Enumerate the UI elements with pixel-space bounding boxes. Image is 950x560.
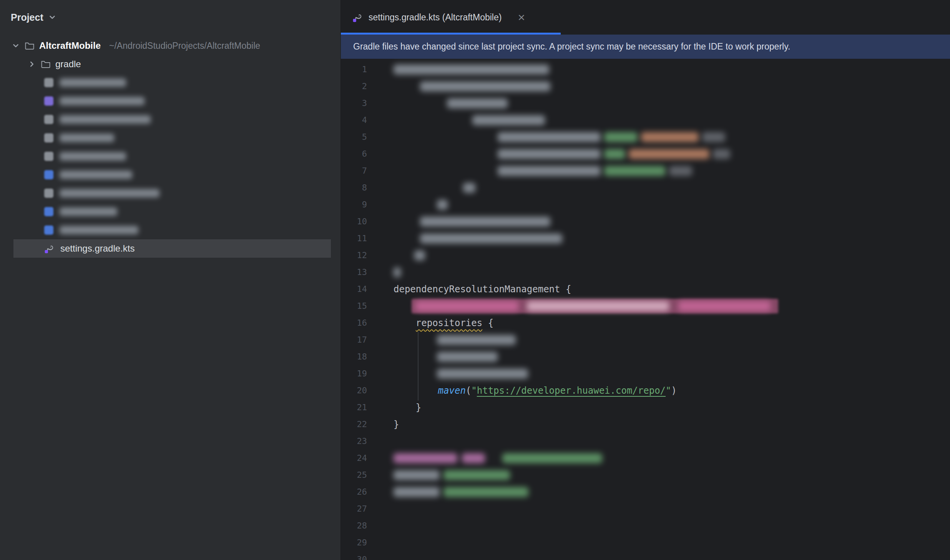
redacted-label: [60, 78, 126, 87]
tree-item-redacted[interactable]: [0, 129, 340, 147]
code-line-content: repositories {: [394, 315, 950, 331]
code-line[interactable]: 13: [341, 264, 950, 281]
code-line[interactable]: 28: [341, 517, 950, 534]
project-panel-header[interactable]: Project: [0, 0, 340, 35]
redacted-code: [394, 453, 457, 463]
code-line-content: [394, 517, 950, 534]
redacted-label: [60, 189, 159, 197]
code-line-content: [394, 551, 950, 560]
gradle-sync-notification-banner: Gradle files have changed since last pro…: [341, 35, 950, 59]
code-line-content: [394, 484, 950, 500]
redacted-code: [604, 149, 625, 159]
chevron-right-icon[interactable]: [28, 60, 36, 68]
line-number: 3: [341, 95, 367, 112]
tab-close-icon[interactable]: ×: [518, 11, 525, 23]
code-line[interactable]: 29: [341, 534, 950, 551]
line-number: 20: [341, 382, 367, 399]
code-line[interactable]: 24: [341, 450, 950, 467]
tree-item-redacted[interactable]: [0, 184, 340, 202]
code-editor[interactable]: 1234567891011121314dependencyResolutionM…: [341, 59, 950, 560]
code-line[interactable]: 17: [341, 331, 950, 348]
code-line[interactable]: 21 }: [341, 399, 950, 416]
code-line[interactable]: 15: [341, 298, 950, 315]
redacted-code: [394, 470, 440, 480]
code-line[interactable]: 19: [341, 365, 950, 382]
file-icon: [44, 225, 53, 235]
line-number: 22: [341, 416, 367, 433]
project-tree: AltcraftMobile ~/AndroidStudioProjects/A…: [0, 36, 340, 258]
line-number: 4: [341, 112, 367, 129]
line-number: 16: [341, 315, 367, 331]
tree-item-redacted[interactable]: [0, 166, 340, 184]
line-number: 19: [341, 365, 367, 382]
code-line[interactable]: 22}: [341, 416, 950, 433]
code-line-content: [394, 331, 950, 348]
gradle-kotlin-script-icon: [352, 12, 362, 22]
code-line[interactable]: 9: [341, 196, 950, 213]
code-line-content: [394, 247, 950, 264]
redacted-code: [498, 149, 601, 159]
code-line-content: [394, 433, 950, 450]
tree-item-redacted[interactable]: [0, 221, 340, 239]
code-line[interactable]: 2: [341, 78, 950, 95]
file-icon: [44, 78, 53, 87]
code-line-content: [394, 467, 950, 484]
code-line[interactable]: 27: [341, 500, 950, 517]
indent-guide: [418, 332, 419, 401]
redacted-code: [437, 200, 448, 210]
redacted-code: [420, 234, 562, 244]
file-icon: [44, 115, 53, 124]
redacted-code: [420, 81, 550, 91]
code-line[interactable]: 20 maven("https://developer.huawei.com/r…: [341, 382, 950, 399]
tree-item-gradle-folder[interactable]: gradle: [0, 55, 340, 73]
redacted-code: [472, 115, 545, 125]
chevron-down-icon[interactable]: [12, 41, 20, 50]
redacted-code: [702, 132, 725, 142]
code-line[interactable]: 12: [341, 247, 950, 264]
redacted-code: [415, 301, 518, 311]
code-lines: 1234567891011121314dependencyResolutionM…: [341, 59, 950, 560]
file-icon: [44, 207, 53, 216]
tab-settings-gradle-kts[interactable]: settings.gradle.kts (AltcraftMobile): [369, 12, 502, 23]
line-number: 15: [341, 298, 367, 315]
code-line[interactable]: 3: [341, 95, 950, 112]
project-root-name: AltcraftMobile: [39, 40, 101, 51]
code-line[interactable]: 5: [341, 129, 950, 146]
code-line[interactable]: 4: [341, 112, 950, 129]
file-icon: [44, 152, 53, 161]
redacted-code: [604, 132, 638, 142]
redacted-code: [394, 65, 549, 75]
redacted-code: [669, 166, 692, 176]
code-line[interactable]: 25: [341, 467, 950, 484]
tree-item-label: settings.gradle.kts: [60, 243, 135, 254]
code-line[interactable]: 16 repositories {: [341, 315, 950, 331]
code-line[interactable]: 8: [341, 179, 950, 196]
code-line[interactable]: 26: [341, 484, 950, 500]
banner-message: Gradle files have changed since last pro…: [353, 41, 790, 52]
code-line-content: [394, 450, 950, 467]
code-line[interactable]: 10: [341, 213, 950, 230]
line-number: 2: [341, 78, 367, 95]
code-line-content: [394, 365, 950, 382]
code-line[interactable]: 6: [341, 146, 950, 162]
tree-redacted-rows: [0, 73, 340, 239]
tree-item-redacted[interactable]: [0, 147, 340, 166]
code-line-content: [394, 298, 950, 315]
code-line[interactable]: 7: [341, 162, 950, 179]
line-number: 21: [341, 399, 367, 416]
code-line[interactable]: 11: [341, 230, 950, 247]
redacted-code: [443, 470, 510, 480]
code-line-content: [394, 78, 950, 95]
tree-item-redacted[interactable]: [0, 110, 340, 129]
code-line[interactable]: 14dependencyResolutionManagement {: [341, 281, 950, 298]
tree-item-settings-gradle-kts[interactable]: settings.gradle.kts: [13, 239, 331, 258]
code-line[interactable]: 1: [341, 61, 950, 78]
redacted-label: [60, 97, 144, 105]
tree-item-redacted[interactable]: [0, 73, 340, 92]
code-line[interactable]: 18: [341, 348, 950, 365]
tree-item-redacted[interactable]: [0, 92, 340, 110]
code-line[interactable]: 30: [341, 551, 950, 560]
tree-item-redacted[interactable]: [0, 202, 340, 221]
tree-item-root[interactable]: AltcraftMobile ~/AndroidStudioProjects/A…: [0, 36, 340, 55]
code-line[interactable]: 23: [341, 433, 950, 450]
